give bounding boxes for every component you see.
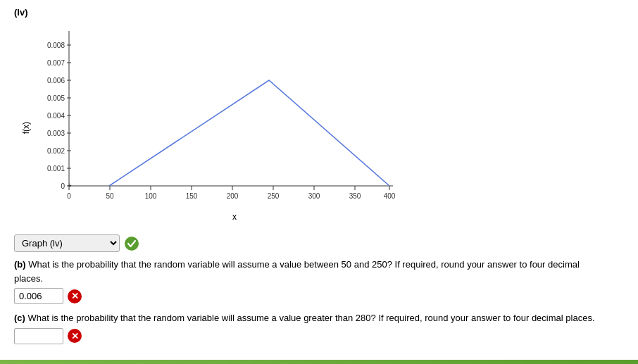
chart-area: f(x) 0 0.001 0.002 0.00 [21,20,624,222]
svg-text:0.006: 0.006 [47,77,65,84]
chart-svg: 0 0.001 0.002 0.003 0.004 0.005 0.006 [34,20,400,211]
question-b-prefix: (b) [14,259,26,270]
svg-text:300: 300 [308,192,320,200]
svg-text:0.002: 0.002 [47,147,65,155]
part-label: (lv) [14,7,624,18]
svg-text:0.007: 0.007 [47,59,65,67]
question-c-text: What is the probability that the random … [25,313,595,323]
question-b-text2: places. [14,273,43,284]
svg-text:0.005: 0.005 [47,94,65,102]
graph-dropdown[interactable]: Graph (lv) Graph (i) Graph (ii) Graph (i… [14,234,120,252]
question-b-text: What is the probability that the random … [26,259,580,270]
answer-c-input[interactable] [14,328,63,344]
chart-line [109,80,389,186]
x-axis-label: x [69,212,400,222]
question-b: (b) What is the probability that the ran… [14,258,624,285]
svg-text:0.003: 0.003 [47,130,65,137]
chart-container: 0 0.001 0.002 0.003 0.004 0.005 0.006 [34,20,400,211]
answer-c-row: ✕ [14,328,624,344]
answer-b-wrong-icon: ✕ [68,289,82,303]
answer-c-wrong-icon: ✕ [68,329,82,343]
svg-text:350: 350 [349,192,361,200]
svg-text:100: 100 [145,192,157,200]
y-axis-label: f(x) [21,122,31,134]
correct-check-icon [124,236,139,251]
svg-text:150: 150 [186,192,198,200]
question-c-prefix: (c) [14,313,25,323]
svg-text:250: 250 [268,192,280,200]
dropdown-row: Graph (lv) Graph (i) Graph (ii) Graph (i… [14,234,624,252]
answer-b-input[interactable] [14,288,63,304]
svg-text:50: 50 [106,192,114,200]
svg-text:0.004: 0.004 [47,112,65,120]
svg-text:0: 0 [67,192,71,200]
svg-text:+: + [68,182,72,189]
svg-text:0.008: 0.008 [47,42,65,49]
bottom-bar [0,360,638,364]
svg-text:0: 0 [61,182,65,190]
question-c: (c) What is the probability that the ran… [14,311,624,325]
answer-b-row: ✕ [14,288,624,304]
svg-text:400: 400 [384,192,396,200]
svg-text:0.001: 0.001 [47,165,65,172]
svg-text:200: 200 [227,192,239,200]
svg-point-39 [125,237,139,251]
